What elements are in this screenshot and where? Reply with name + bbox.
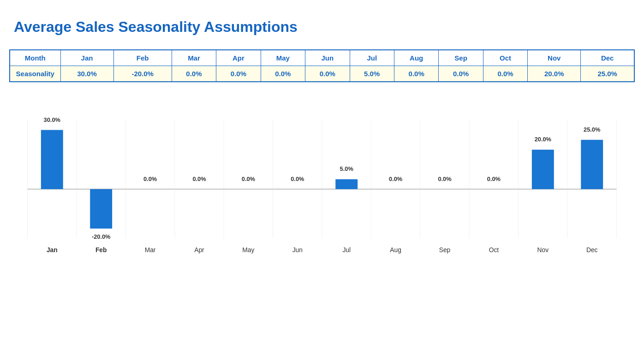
col-mar: Mar [172, 50, 216, 66]
svg-text:25.0%: 25.0% [584, 126, 601, 133]
svg-text:Jan: Jan [47, 247, 58, 254]
svg-text:0.0%: 0.0% [438, 175, 452, 182]
col-dec: Dec [581, 50, 634, 66]
svg-text:20.0%: 20.0% [535, 136, 552, 143]
bar-chart: 30.0%Jan-20.0%Feb0.0%Mar0.0%Apr0.0%May0.… [9, 101, 635, 269]
svg-text:Jun: Jun [292, 247, 303, 254]
svg-text:0.0%: 0.0% [487, 175, 501, 182]
svg-text:-20.0%: -20.0% [92, 233, 111, 240]
svg-text:Apr: Apr [194, 247, 204, 254]
page-title: Average Sales Seasonality Assumptions [14, 18, 635, 36]
svg-text:Oct: Oct [489, 247, 499, 254]
val-oct: 0.0% [483, 66, 527, 82]
svg-rect-17 [90, 189, 112, 228]
val-sep: 0.0% [439, 66, 483, 82]
col-feb: Feb [113, 50, 172, 66]
val-nov: 20.0% [528, 66, 581, 82]
svg-rect-28 [335, 179, 358, 189]
seasonality-table: Month Jan Feb Mar Apr May Jun Jul Aug Se… [9, 49, 635, 82]
val-jan: 30.0% [60, 66, 113, 82]
val-jul: 5.0% [350, 66, 394, 82]
val-jun: 0.0% [305, 66, 350, 82]
col-apr: Apr [216, 50, 261, 66]
svg-text:Feb: Feb [95, 247, 107, 254]
val-mar: 0.0% [172, 66, 216, 82]
svg-text:0.0%: 0.0% [242, 175, 256, 182]
svg-text:0.0%: 0.0% [389, 175, 403, 182]
svg-rect-40 [581, 140, 603, 189]
val-aug: 0.0% [394, 66, 438, 82]
svg-rect-14 [41, 130, 63, 189]
svg-text:Sep: Sep [439, 247, 451, 254]
svg-text:0.0%: 0.0% [192, 175, 206, 182]
svg-text:5.0%: 5.0% [340, 165, 354, 172]
col-oct: Oct [483, 50, 527, 66]
col-may: May [261, 50, 305, 66]
val-apr: 0.0% [216, 66, 261, 82]
svg-text:30.0%: 30.0% [44, 116, 61, 123]
svg-text:Aug: Aug [390, 247, 401, 254]
col-nov: Nov [528, 50, 581, 66]
svg-text:0.0%: 0.0% [291, 175, 304, 182]
col-jan: Jan [60, 50, 113, 66]
col-jun: Jun [305, 50, 350, 66]
val-feb: -20.0% [113, 66, 172, 82]
col-sep: Sep [439, 50, 483, 66]
chart-svg: 30.0%Jan-20.0%Feb0.0%Mar0.0%Apr0.0%May0.… [14, 101, 630, 267]
col-aug: Aug [394, 50, 438, 66]
svg-rect-37 [532, 150, 554, 189]
svg-text:Jul: Jul [342, 247, 351, 254]
svg-text:0.0%: 0.0% [143, 175, 157, 182]
svg-text:Dec: Dec [586, 247, 598, 254]
month-label: Month [10, 50, 60, 66]
svg-text:Nov: Nov [537, 247, 549, 254]
svg-text:May: May [242, 247, 254, 254]
val-may: 0.0% [261, 66, 305, 82]
col-jul: Jul [350, 50, 394, 66]
val-dec: 25.0% [581, 66, 634, 82]
seasonality-label: Seasonality [10, 66, 60, 82]
svg-text:Mar: Mar [145, 247, 156, 254]
